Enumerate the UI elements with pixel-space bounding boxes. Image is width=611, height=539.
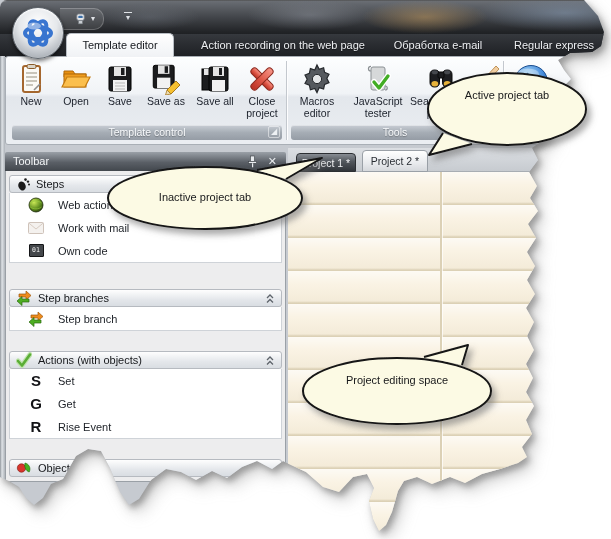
item-label: Web actions (58, 199, 118, 211)
button-label: Search in the projec (410, 96, 472, 119)
branch-swap-arrows-icon (28, 311, 44, 327)
letter-s-icon: S (28, 372, 44, 389)
footprint-icon (16, 177, 30, 191)
torn-screenshot-shadow: ▾ ▾ Template editor Action recording on … (0, 0, 611, 539)
open-button[interactable]: Open (53, 61, 99, 108)
letter-r-icon: R (28, 418, 44, 435)
section-header-steps[interactable]: Steps (9, 175, 282, 193)
binoculars-icon (425, 63, 457, 95)
list-item-set[interactable]: S Set (10, 369, 281, 392)
item-label: Get (58, 398, 76, 410)
globe-icon (28, 197, 44, 213)
group-label-tools: Tools (291, 125, 499, 140)
green-check-icon (16, 352, 32, 368)
ribbon-tab-template-editor[interactable]: Template editor (66, 33, 174, 57)
project-area: Project 1 * Project 2 * (288, 148, 611, 539)
project-tab-1[interactable]: Project 1 * (296, 153, 356, 172)
ribbon-group-tools: Macros editor JavaScript tester (288, 59, 502, 142)
button-label: New (20, 96, 41, 108)
close-project-x-icon (246, 63, 278, 95)
list-item-get[interactable]: G Get (10, 392, 281, 415)
item-label: Own code (58, 245, 108, 257)
button-label: Open (63, 96, 89, 108)
run-button[interactable] (505, 61, 557, 101)
button-label: Save as (147, 96, 185, 108)
section-items-steps: Web actions Work with mail 01 Own code (9, 193, 282, 263)
item-label: Step branch (58, 313, 117, 325)
project-editing-space[interactable] (288, 172, 611, 539)
section-label: Steps (36, 178, 64, 190)
button-label: Close project (239, 96, 285, 119)
save-floppy-icon (104, 63, 136, 95)
section-label: Objects (38, 462, 75, 474)
list-item-step-branch[interactable]: Step branch (10, 307, 281, 330)
close-project-button[interactable]: Close project (239, 61, 285, 119)
app-orb-trefoil-icon (20, 15, 56, 51)
section-header-actions[interactable]: Actions (with objects) (9, 351, 282, 369)
toolbar-panel-body: Steps Web actions (5, 171, 286, 482)
section-label: Step branches (38, 292, 109, 304)
section-header-step-branches[interactable]: Step branches (9, 289, 282, 307)
pointing-hand-icon (471, 63, 503, 95)
section-label: Actions (with objects) (38, 354, 142, 366)
gear-icon (301, 63, 333, 95)
item-label: Rise Event (58, 421, 111, 433)
screenshot-stage: ▾ ▾ Template editor Action recording on … (0, 0, 611, 539)
ribbon-tab-regular-expressions[interactable]: Regular express (500, 34, 608, 56)
button-label: Macros editor (288, 96, 346, 119)
list-item-rise-event[interactable]: R Rise Event (10, 415, 281, 438)
mail-envelope-icon (28, 222, 44, 234)
ribbon: New Open (5, 56, 604, 145)
button-label: Save (108, 96, 132, 108)
toolbar-panel-header[interactable]: Toolbar ✕ (5, 152, 286, 171)
collapse-chevron-icon[interactable] (265, 293, 275, 304)
save-as-floppy-pencil-icon (150, 63, 182, 95)
application-menu-orb[interactable] (12, 7, 64, 59)
save-all-button[interactable]: Save all (191, 61, 239, 108)
search-in-project-button[interactable]: Search in the projec (410, 61, 472, 119)
ribbon-group-run (505, 59, 601, 142)
new-button[interactable]: New (9, 61, 53, 108)
pin-icon[interactable] (247, 155, 258, 168)
toolbar-panel: Toolbar ✕ (5, 152, 286, 482)
branch-swap-arrows-icon (16, 290, 32, 306)
robot-icon (74, 12, 87, 26)
save-button[interactable]: Save (99, 61, 141, 108)
save-as-button[interactable]: Save as (141, 61, 191, 108)
list-item-own-code[interactable]: 01 Own code (10, 239, 281, 262)
hand-tool-button[interactable] (472, 61, 502, 95)
dropdown-caret-icon[interactable]: ▾ (91, 15, 95, 23)
open-folder-icon (60, 63, 92, 95)
run-blue-icon (512, 63, 550, 101)
ribbon-tab-action-recording[interactable]: Action recording on the web page (182, 34, 384, 56)
macros-editor-button[interactable]: Macros editor (288, 61, 346, 119)
item-label: Work with mail (58, 222, 129, 234)
ribbon-group-template-control: New Open (9, 59, 285, 142)
project-tab-2[interactable]: Project 2 * (362, 150, 428, 172)
letter-g-icon: G (28, 395, 44, 412)
button-label: Save all (196, 96, 233, 108)
javascript-tester-button[interactable]: JavaScript tester (346, 61, 410, 119)
button-label: JavaScript tester (346, 96, 410, 119)
group-label-template-control: Template control (12, 125, 282, 140)
close-icon[interactable]: ✕ (268, 152, 277, 171)
group-divider (286, 61, 287, 140)
group-divider (503, 61, 504, 140)
binary-code-icon: 01 (28, 244, 44, 257)
ribbon-tab-email-processing[interactable]: Обработка e-mail (386, 34, 490, 56)
section-items-actions: S Set G Get R Rise Event (9, 369, 282, 439)
item-label: Set (58, 375, 75, 387)
grid-column-divider (440, 172, 442, 539)
new-document-icon (15, 63, 47, 95)
section-header-objects[interactable]: Objects (9, 459, 282, 477)
customize-qat-icon[interactable]: ▾ (124, 12, 132, 22)
toolbar-panel-title: Toolbar (13, 155, 49, 167)
list-item-work-with-mail[interactable]: Work with mail (10, 216, 281, 239)
script-check-icon (362, 63, 394, 95)
collapse-chevron-icon[interactable] (265, 355, 275, 366)
quick-access-toolbar[interactable]: ▾ (60, 8, 104, 30)
list-item-web-actions[interactable]: Web actions (10, 193, 281, 216)
save-all-floppies-icon (199, 63, 231, 95)
app-window: ▾ ▾ Template editor Action recording on … (0, 0, 611, 539)
dialog-launcher-icon[interactable]: ◢ (268, 126, 280, 138)
